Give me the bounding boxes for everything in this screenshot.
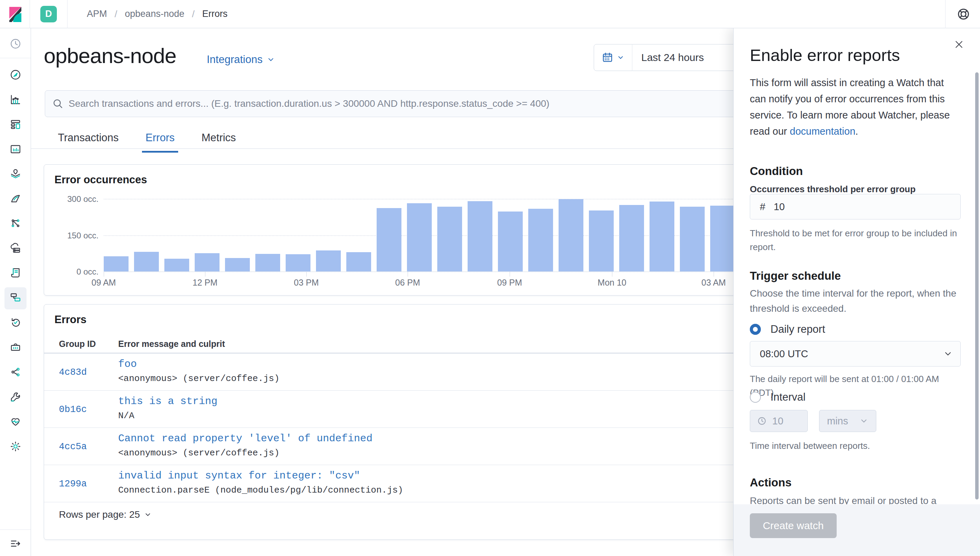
sidebar-item-recently-viewed[interactable] (5, 34, 26, 55)
briefcase-icon (9, 341, 22, 355)
cloud-server-icon (9, 242, 22, 255)
kibana-logo[interactable] (7, 6, 23, 22)
gear-icon (9, 440, 22, 454)
y-axis-tick-label: 300 occ. (54, 194, 99, 204)
column-header-message[interactable]: Error message and culprit (118, 339, 225, 349)
x-axis-tick (205, 272, 205, 276)
error-group-id-link[interactable]: 0b16c (59, 404, 87, 415)
sidebar-item-maps[interactable] (5, 164, 26, 186)
heart-pulse-icon (9, 415, 22, 429)
top-bar: D APM / opbeans-node / Errors (0, 0, 980, 28)
chart-bar (225, 258, 250, 272)
chart-bar (256, 254, 280, 272)
breadcrumb-service[interactable]: opbeans-node (125, 9, 184, 19)
close-icon[interactable] (953, 38, 965, 51)
date-picker-quick-menu[interactable] (594, 44, 632, 71)
calendar-icon (602, 52, 613, 63)
scroll-icon (9, 267, 22, 280)
breadcrumb-separator: / (115, 9, 118, 19)
interval-unit-select[interactable]: mins (819, 410, 876, 432)
time-range-value[interactable]: Last 24 hours (632, 52, 704, 63)
error-group-id-link[interactable]: 1299a (59, 479, 87, 489)
sidebar-item-apm[interactable] (5, 287, 26, 309)
x-axis-tick-label: Mon 10 (598, 278, 626, 288)
daily-report-radio[interactable]: Daily report (750, 323, 825, 336)
error-message-link[interactable]: invalid input syntax for integer: "csv" (118, 470, 360, 482)
condition-heading: Condition (750, 165, 803, 178)
graph-nodes-icon (9, 217, 22, 231)
threshold-help: Threshold to be met for error group to b… (750, 226, 961, 254)
x-axis-tick-label: 03 PM (294, 278, 319, 288)
chevron-down-icon (144, 511, 152, 519)
x-axis-tick-label: 09 PM (497, 278, 522, 288)
sidebar-item-infrastructure[interactable] (5, 238, 26, 260)
trigger-heading: Trigger schedule (750, 269, 841, 283)
interval-value-input[interactable]: 10 (750, 410, 808, 432)
sidebar-item-dev-tools[interactable] (5, 386, 26, 409)
chart-bar (680, 207, 705, 272)
sidebar-item-dashboard[interactable] (5, 114, 26, 136)
chart-title: Error occurrences (55, 174, 147, 186)
kibana-apm-errors-page: D APM / opbeans-node / Errors (0, 0, 980, 556)
error-message-link[interactable]: foo (118, 358, 137, 370)
x-axis-tick-label: 06 PM (395, 278, 420, 288)
uptime-check-icon (9, 316, 22, 330)
breadcrumb-apm[interactable]: APM (87, 9, 107, 19)
actions-heading: Actions (750, 476, 791, 489)
y-axis-tick-label: 150 occ. (54, 231, 99, 241)
flowchart-icon (9, 291, 22, 305)
rows-per-page-selector[interactable]: Rows per page: 25 (59, 509, 152, 520)
sidebar-item-uptime[interactable] (5, 312, 26, 334)
threshold-label: Occurrences threshold per error group (750, 184, 915, 195)
x-axis-tick-label: 12 PM (192, 278, 217, 288)
ml-icon (9, 192, 22, 206)
enable-error-reports-flyout: Enable error reports This form will assi… (733, 28, 980, 556)
breadcrumb-current: Errors (202, 9, 228, 19)
chart-bar (316, 251, 341, 272)
chart-bar (164, 259, 189, 272)
canvas-icon (9, 143, 22, 157)
x-axis-tick (509, 272, 510, 276)
chart-bar (559, 199, 584, 272)
help-icon[interactable] (957, 7, 970, 21)
space-avatar[interactable]: D (40, 6, 57, 23)
sidebar-item-canvas[interactable] (5, 139, 26, 161)
chart-bar (286, 254, 310, 272)
y-axis-tick-label: 0 occ. (54, 267, 99, 276)
breadcrumb-separator: / (192, 9, 195, 19)
side-nav (0, 28, 31, 556)
interval-radio[interactable]: Interval (750, 391, 805, 403)
sidebar-item-stack-monitoring[interactable] (5, 411, 26, 433)
chart-bar (619, 205, 644, 272)
sidebar-item-management[interactable] (5, 436, 26, 458)
error-message-link[interactable]: Cannot read property 'level' of undefine… (118, 433, 372, 444)
daily-time-select[interactable]: 08:00 UTC (750, 341, 961, 367)
integrations-dropdown[interactable]: Integrations (207, 53, 275, 66)
wrench-icon (9, 391, 22, 404)
documentation-link[interactable]: documentation (790, 126, 855, 137)
error-message-link[interactable]: this is a string (118, 396, 217, 407)
sidebar-item-logs[interactable] (5, 262, 26, 284)
divider (67, 0, 68, 28)
sidebar-item-discover[interactable] (5, 65, 26, 86)
sidebar-item-siem[interactable] (5, 337, 26, 359)
error-group-id-link[interactable]: 4cc5a (59, 442, 87, 452)
sidebar-item-visualize[interactable] (5, 89, 26, 111)
search-icon (52, 98, 64, 110)
chart-bar (346, 252, 371, 272)
dashboard-icon (9, 118, 22, 132)
number-prefix: # (750, 201, 774, 213)
error-culprit: N/A (118, 411, 134, 421)
interval-help: Time interval between reports. (750, 439, 961, 453)
chart-bar (195, 253, 220, 272)
threshold-input[interactable]: # 10 (750, 194, 961, 220)
sidebar-item-code[interactable] (5, 362, 26, 384)
sidebar-item-machine-learning[interactable] (5, 188, 26, 210)
collapse-nav-icon[interactable] (5, 533, 26, 554)
sidebar-item-graph[interactable] (5, 213, 26, 235)
clock-icon (9, 37, 22, 51)
create-watch-button[interactable]: Create watch (750, 513, 837, 538)
flyout-scrollbar[interactable] (975, 72, 978, 499)
column-header-group-id[interactable]: Group ID (59, 339, 96, 349)
error-group-id-link[interactable]: 4c83d (59, 367, 87, 378)
